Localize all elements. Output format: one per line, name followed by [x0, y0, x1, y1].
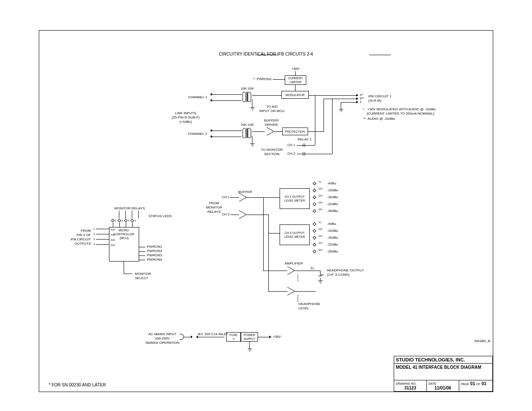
channel2-label: CHANNEL 2	[181, 132, 207, 136]
wire	[258, 337, 269, 337]
line-no-2: 2	[93, 232, 95, 236]
wire	[212, 137, 242, 137]
gnd	[339, 109, 343, 112]
wire	[324, 99, 324, 132]
buffer-driver-label: BUFFER/ DRIVER	[261, 118, 282, 127]
meter1-lvl-4: -22dBu	[327, 202, 338, 206]
mon-ch1: CH 1	[222, 195, 230, 199]
wire	[252, 100, 252, 105]
wire	[295, 291, 316, 292]
wire	[96, 239, 109, 240]
meter2-led-3	[313, 236, 316, 240]
wire	[341, 102, 356, 103]
meter2-lvl-1: -4dBu	[327, 222, 336, 226]
pwron-4: PWRON4	[147, 258, 162, 262]
wire	[263, 197, 264, 271]
plus36v-label: +36V	[289, 67, 302, 71]
wire	[341, 102, 341, 106]
status-led-2	[118, 219, 121, 222]
wire	[297, 145, 310, 146]
ad-1: A/D	[111, 227, 115, 232]
pwron-2: PWRON2	[147, 249, 162, 253]
relay-contact	[305, 143, 305, 147]
wire	[273, 79, 285, 80]
meter2-color-5: GN	[318, 248, 322, 252]
meter1-lvl-3: -16dBu	[327, 195, 338, 199]
arrow	[211, 129, 213, 132]
page-total: 01	[482, 381, 486, 386]
meter2-lvl-5: -28dBu	[327, 249, 338, 254]
transformer-ch1	[242, 92, 252, 102]
wire	[119, 223, 120, 227]
gnd	[250, 107, 255, 111]
date-label: DATE	[429, 382, 436, 385]
pot-link	[298, 295, 299, 302]
wire	[124, 274, 132, 274]
wire	[310, 145, 315, 146]
wire	[268, 215, 269, 291]
buffer-ch2	[239, 210, 247, 219]
buffer-ch1	[239, 193, 247, 202]
meter2-led-1	[313, 222, 316, 226]
fuse-block: FUSE ∿	[226, 332, 241, 342]
meter1-color-5: GN	[318, 207, 322, 212]
channel1-label: CHANNEL 1	[181, 95, 207, 100]
to-ad-mcu: TO A/D INPUT ON MCU	[259, 105, 285, 113]
mod-note1: * +30V MODULATED WITH AUDIO @ -10dBu [CU…	[363, 107, 436, 116]
meter-ch1-block: CH 1 OUTPUT LEVEL METER	[280, 188, 310, 209]
led-num-1: 1	[115, 218, 116, 223]
transformer-ch2	[242, 128, 252, 138]
drawing-no-label: DRAWING NO.	[396, 382, 417, 385]
ad-4: A/D	[111, 243, 115, 247]
line-no-3: 3	[93, 237, 95, 241]
wire	[316, 271, 320, 271]
arrow	[211, 135, 213, 138]
arrow	[356, 97, 358, 100]
amp-L	[287, 266, 295, 275]
wire	[132, 223, 133, 227]
meter1-led-4	[313, 202, 316, 206]
iec-inlet-icon	[180, 334, 184, 340]
wire	[295, 85, 296, 91]
meter1-led-2	[313, 189, 316, 192]
meter2-color-1: YL	[318, 220, 321, 224]
meter1-lvl-5: -28dBu	[327, 209, 338, 213]
wire	[96, 229, 109, 229]
wire	[96, 244, 109, 245]
wire	[113, 223, 113, 227]
psu-36v: +36V	[273, 335, 281, 339]
relay-coil	[138, 211, 139, 218]
protection-block: PROTECTION	[282, 128, 308, 135]
wire	[297, 154, 310, 154]
wire	[199, 337, 224, 337]
line-no-4: 4	[93, 242, 95, 246]
wire	[212, 131, 242, 131]
relay1-label: RELAY 1	[298, 137, 311, 142]
wire	[268, 291, 287, 292]
ad-2: A/D	[111, 233, 115, 237]
status-led-4	[131, 219, 134, 222]
wire	[268, 233, 280, 234]
page-label: PAGE	[461, 383, 469, 386]
arrow	[190, 336, 192, 338]
wire	[308, 131, 324, 132]
pwron-1: PWRON1	[147, 245, 162, 249]
wire	[332, 99, 333, 154]
wire	[249, 342, 250, 346]
wire	[126, 223, 126, 227]
mon-ch2: CH 2	[222, 212, 230, 217]
wire	[295, 271, 316, 271]
relay-coil	[132, 211, 132, 218]
wire	[96, 234, 109, 234]
relay-ch1: CH 1	[287, 143, 295, 147]
led-num-2: 2	[121, 218, 123, 223]
arrow	[356, 94, 358, 97]
drawing-no: 31123	[396, 386, 425, 390]
mod-note2: ** AUDIO @ -10dBu	[363, 117, 395, 121]
wire	[274, 131, 282, 132]
wire	[295, 71, 296, 75]
meter1-led-5	[313, 209, 316, 213]
wire	[139, 255, 145, 256]
meter2-color-2: GN	[318, 227, 322, 231]
wire	[230, 197, 239, 198]
